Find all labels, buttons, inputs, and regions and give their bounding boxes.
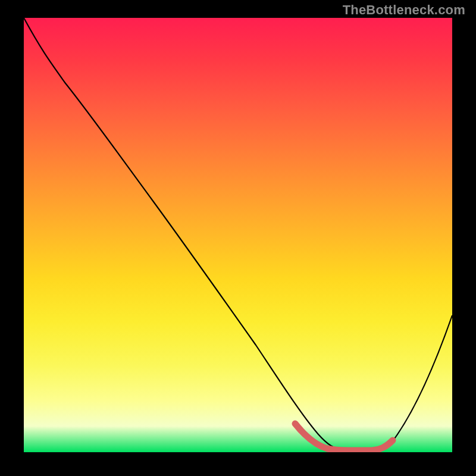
plot-area xyxy=(24,18,452,452)
watermark-label: TheBottleneck.com xyxy=(343,2,465,18)
main-curve xyxy=(24,18,452,450)
chart-frame: TheBottleneck.com xyxy=(0,0,476,476)
curve-layer xyxy=(24,18,452,452)
marker-segment xyxy=(295,424,393,450)
